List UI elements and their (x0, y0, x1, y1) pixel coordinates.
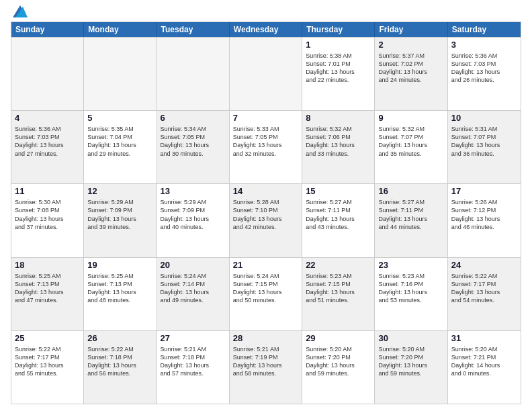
page: SundayMondayTuesdayWednesdayThursdayFrid… (0, 0, 532, 411)
day-cell-18: 18Sunrise: 5:25 AM Sunset: 7:13 PM Dayli… (11, 258, 84, 330)
day-number: 20 (161, 260, 226, 271)
day-cell-30: 30Sunrise: 5:20 AM Sunset: 7:20 PM Dayli… (375, 331, 447, 404)
day-number: 18 (15, 260, 80, 271)
day-number: 3 (451, 40, 517, 51)
day-header-saturday: Saturday (448, 22, 521, 37)
day-number: 31 (451, 333, 517, 345)
day-cell-16: 16Sunrise: 5:27 AM Sunset: 7:11 PM Dayli… (375, 184, 447, 257)
day-number: 25 (15, 333, 80, 345)
calendar-body: 1Sunrise: 5:38 AM Sunset: 7:01 PM Daylig… (11, 37, 521, 404)
day-cell-25: 25Sunrise: 5:22 AM Sunset: 7:17 PM Dayli… (11, 331, 84, 404)
day-cell-24: 24Sunrise: 5:22 AM Sunset: 7:17 PM Dayli… (448, 258, 521, 330)
week-row-4: 18Sunrise: 5:25 AM Sunset: 7:13 PM Dayli… (11, 257, 521, 330)
day-header-wednesday: Wednesday (230, 22, 302, 37)
day-info: Sunrise: 5:37 AM Sunset: 7:02 PM Dayligh… (378, 52, 443, 85)
day-cell-10: 10Sunrise: 5:31 AM Sunset: 7:07 PM Dayli… (448, 111, 521, 183)
day-cell-20: 20Sunrise: 5:24 AM Sunset: 7:14 PM Dayli… (157, 258, 230, 330)
day-number: 16 (378, 186, 443, 197)
calendar-header: SundayMondayTuesdayWednesdayThursdayFrid… (11, 22, 521, 37)
day-info: Sunrise: 5:21 AM Sunset: 7:18 PM Dayligh… (161, 345, 226, 378)
day-info: Sunrise: 5:20 AM Sunset: 7:20 PM Dayligh… (378, 345, 443, 378)
day-info: Sunrise: 5:32 AM Sunset: 7:06 PM Dayligh… (306, 125, 371, 158)
day-info: Sunrise: 5:35 AM Sunset: 7:04 PM Dayligh… (87, 125, 152, 158)
day-info: Sunrise: 5:22 AM Sunset: 7:18 PM Dayligh… (87, 345, 152, 378)
week-row-3: 11Sunrise: 5:30 AM Sunset: 7:08 PM Dayli… (11, 183, 521, 257)
logo (11, 7, 28, 17)
day-number: 21 (233, 260, 298, 271)
day-info: Sunrise: 5:36 AM Sunset: 7:03 PM Dayligh… (451, 52, 517, 85)
day-info: Sunrise: 5:20 AM Sunset: 7:20 PM Dayligh… (306, 345, 371, 378)
day-info: Sunrise: 5:32 AM Sunset: 7:07 PM Dayligh… (378, 125, 443, 158)
week-row-5: 25Sunrise: 5:22 AM Sunset: 7:17 PM Dayli… (11, 330, 521, 404)
day-number: 22 (306, 260, 371, 271)
day-number: 26 (87, 333, 152, 345)
empty-cell (230, 38, 302, 110)
day-info: Sunrise: 5:27 AM Sunset: 7:11 PM Dayligh… (306, 198, 371, 231)
day-number: 28 (233, 333, 298, 345)
day-number: 27 (161, 333, 226, 345)
day-info: Sunrise: 5:30 AM Sunset: 7:08 PM Dayligh… (15, 198, 80, 231)
day-number: 7 (233, 113, 298, 124)
day-info: Sunrise: 5:27 AM Sunset: 7:11 PM Dayligh… (378, 198, 443, 231)
day-number: 4 (15, 113, 80, 124)
day-info: Sunrise: 5:22 AM Sunset: 7:17 PM Dayligh… (451, 272, 517, 305)
day-info: Sunrise: 5:29 AM Sunset: 7:09 PM Dayligh… (161, 198, 226, 231)
day-cell-17: 17Sunrise: 5:26 AM Sunset: 7:12 PM Dayli… (448, 184, 521, 257)
day-cell-31: 31Sunrise: 5:20 AM Sunset: 7:21 PM Dayli… (448, 331, 521, 404)
header (11, 7, 521, 17)
day-number: 24 (451, 260, 517, 271)
day-info: Sunrise: 5:33 AM Sunset: 7:05 PM Dayligh… (233, 125, 298, 158)
day-cell-9: 9Sunrise: 5:32 AM Sunset: 7:07 PM Daylig… (375, 111, 447, 183)
day-header-friday: Friday (375, 22, 447, 37)
day-cell-8: 8Sunrise: 5:32 AM Sunset: 7:06 PM Daylig… (302, 111, 375, 183)
day-cell-3: 3Sunrise: 5:36 AM Sunset: 7:03 PM Daylig… (448, 38, 521, 110)
day-info: Sunrise: 5:22 AM Sunset: 7:17 PM Dayligh… (15, 345, 80, 378)
day-number: 30 (378, 333, 443, 345)
day-header-tuesday: Tuesday (157, 22, 230, 37)
day-cell-6: 6Sunrise: 5:34 AM Sunset: 7:05 PM Daylig… (157, 111, 230, 183)
day-info: Sunrise: 5:25 AM Sunset: 7:13 PM Dayligh… (87, 272, 152, 305)
day-number: 12 (87, 186, 152, 197)
day-info: Sunrise: 5:20 AM Sunset: 7:21 PM Dayligh… (451, 345, 517, 378)
day-number: 10 (451, 113, 517, 124)
week-row-2: 4Sunrise: 5:36 AM Sunset: 7:03 PM Daylig… (11, 110, 521, 183)
day-cell-22: 22Sunrise: 5:23 AM Sunset: 7:15 PM Dayli… (302, 258, 375, 330)
day-cell-23: 23Sunrise: 5:23 AM Sunset: 7:16 PM Dayli… (375, 258, 447, 330)
day-number: 13 (161, 186, 226, 197)
day-header-sunday: Sunday (11, 22, 84, 37)
day-cell-28: 28Sunrise: 5:21 AM Sunset: 7:19 PM Dayli… (230, 331, 302, 404)
day-header-monday: Monday (84, 22, 157, 37)
day-cell-14: 14Sunrise: 5:28 AM Sunset: 7:10 PM Dayli… (230, 184, 302, 257)
day-info: Sunrise: 5:29 AM Sunset: 7:09 PM Dayligh… (87, 198, 152, 231)
logo-icon (13, 5, 28, 17)
day-cell-11: 11Sunrise: 5:30 AM Sunset: 7:08 PM Dayli… (11, 184, 84, 257)
day-cell-26: 26Sunrise: 5:22 AM Sunset: 7:18 PM Dayli… (84, 331, 157, 404)
day-cell-2: 2Sunrise: 5:37 AM Sunset: 7:02 PM Daylig… (375, 38, 447, 110)
empty-cell (11, 38, 84, 110)
day-info: Sunrise: 5:31 AM Sunset: 7:07 PM Dayligh… (451, 125, 517, 158)
day-number: 1 (306, 40, 371, 51)
day-number: 19 (87, 260, 152, 271)
day-info: Sunrise: 5:21 AM Sunset: 7:19 PM Dayligh… (233, 345, 298, 378)
day-cell-19: 19Sunrise: 5:25 AM Sunset: 7:13 PM Dayli… (84, 258, 157, 330)
calendar: SundayMondayTuesdayWednesdayThursdayFrid… (11, 21, 521, 404)
day-number: 23 (378, 260, 443, 271)
day-cell-1: 1Sunrise: 5:38 AM Sunset: 7:01 PM Daylig… (302, 38, 375, 110)
day-number: 5 (87, 113, 152, 124)
empty-cell (157, 38, 230, 110)
day-number: 14 (233, 186, 298, 197)
day-cell-21: 21Sunrise: 5:24 AM Sunset: 7:15 PM Dayli… (230, 258, 302, 330)
day-number: 9 (378, 113, 443, 124)
day-cell-12: 12Sunrise: 5:29 AM Sunset: 7:09 PM Dayli… (84, 184, 157, 257)
day-info: Sunrise: 5:34 AM Sunset: 7:05 PM Dayligh… (161, 125, 226, 158)
day-info: Sunrise: 5:36 AM Sunset: 7:03 PM Dayligh… (15, 125, 80, 158)
day-cell-27: 27Sunrise: 5:21 AM Sunset: 7:18 PM Dayli… (157, 331, 230, 404)
day-number: 29 (306, 333, 371, 345)
day-info: Sunrise: 5:23 AM Sunset: 7:15 PM Dayligh… (306, 272, 371, 305)
day-cell-5: 5Sunrise: 5:35 AM Sunset: 7:04 PM Daylig… (84, 111, 157, 183)
day-number: 11 (15, 186, 80, 197)
day-info: Sunrise: 5:23 AM Sunset: 7:16 PM Dayligh… (378, 272, 443, 305)
day-number: 8 (306, 113, 371, 124)
day-number: 6 (161, 113, 226, 124)
day-cell-15: 15Sunrise: 5:27 AM Sunset: 7:11 PM Dayli… (302, 184, 375, 257)
